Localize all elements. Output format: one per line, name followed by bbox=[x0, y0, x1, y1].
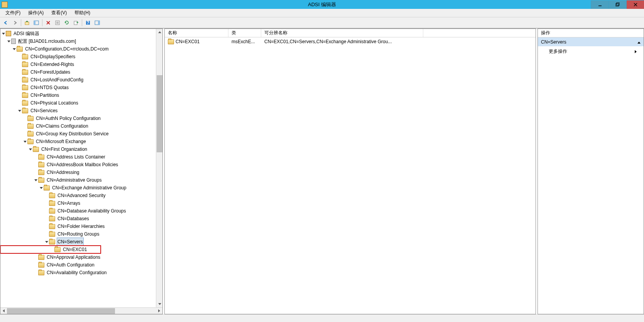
chevron-down-icon[interactable] bbox=[28, 145, 33, 153]
menu-action[interactable]: 操作(A) bbox=[25, 9, 47, 17]
tree-node[interactable]: CN=Physical Locations bbox=[0, 99, 156, 107]
tree-node[interactable]: CN=Partitions bbox=[0, 91, 156, 99]
tree-node-admingroups[interactable]: CN=Administrative Groups bbox=[0, 176, 156, 184]
forward-button[interactable] bbox=[11, 19, 19, 27]
list-header: 名称 类 可分辨名称 bbox=[165, 29, 536, 37]
tree-node[interactable]: CN=Arrays bbox=[0, 199, 156, 207]
tree-node[interactable]: CN=Availability Configuration bbox=[0, 269, 156, 276]
folder-icon bbox=[38, 263, 44, 268]
tree-node[interactable]: CN=Approval Applications bbox=[0, 253, 156, 261]
list-row[interactable]: CN=EXC01 msExchE... CN=EXC01,CN=Servers,… bbox=[165, 37, 536, 46]
tree-node[interactable]: CN=Address Lists Container bbox=[0, 153, 156, 161]
tree[interactable]: ADSI 编辑器 配置 [BJAD01.rrclouds.com] CN=Con… bbox=[0, 29, 162, 277]
collapse-icon[interactable] bbox=[637, 39, 641, 45]
help-button[interactable]: ? bbox=[84, 19, 92, 27]
scroll-right-button[interactable] bbox=[156, 308, 162, 314]
scroll-left-button[interactable] bbox=[0, 308, 7, 314]
actions-more[interactable]: 更多操作 bbox=[538, 47, 644, 56]
delete-button[interactable] bbox=[44, 19, 52, 27]
menu-help[interactable]: 帮助(H) bbox=[71, 9, 93, 17]
tree-node-configuration[interactable]: CN=Configuration,DC=rrclouds,DC=com bbox=[0, 45, 156, 53]
tree-node-config[interactable]: 配置 [BJAD01.rrclouds.com] bbox=[0, 37, 156, 45]
svg-rect-1 bbox=[616, 3, 619, 6]
tree-node[interactable]: CN=Databases bbox=[0, 215, 156, 223]
horizontal-scrollbar[interactable] bbox=[0, 307, 162, 314]
chevron-right-icon bbox=[635, 49, 637, 54]
chevron-down-icon[interactable] bbox=[12, 45, 17, 53]
tree-label: CN=Extended-Rights bbox=[30, 61, 75, 68]
tree-node-services[interactable]: CN=Services bbox=[0, 107, 156, 115]
tree-node[interactable]: CN=DisplaySpecifiers bbox=[0, 53, 156, 61]
svg-rect-14 bbox=[74, 21, 77, 25]
actions-more-label: 更多操作 bbox=[549, 48, 567, 55]
folder-icon bbox=[38, 170, 44, 175]
tree-node[interactable]: CN=Advanced Security bbox=[0, 192, 156, 199]
tree-node[interactable]: CN=Group Key Distribution Service bbox=[0, 130, 156, 138]
folder-icon bbox=[38, 255, 44, 260]
folder-icon bbox=[54, 247, 61, 252]
tree-node[interactable]: CN=Database Availability Groups bbox=[0, 207, 156, 215]
tree-node[interactable]: CN=Extended-Rights bbox=[0, 61, 156, 68]
folder-icon bbox=[38, 270, 44, 275]
chevron-down-icon[interactable] bbox=[7, 37, 11, 45]
vertical-scrollbar[interactable] bbox=[156, 29, 162, 307]
folder-icon bbox=[38, 178, 44, 183]
tree-node[interactable]: CN=Auth Configuration bbox=[0, 261, 156, 269]
tree-label: CN=Administrative Groups bbox=[46, 176, 102, 184]
tree-node[interactable]: CN=Addressing bbox=[0, 169, 156, 176]
scrollbar-thumb[interactable] bbox=[157, 75, 162, 152]
tree-node-msexchange[interactable]: CN=Microsoft Exchange bbox=[0, 138, 156, 145]
minimize-button[interactable] bbox=[591, 0, 609, 9]
folder-icon bbox=[44, 185, 50, 191]
menu-view[interactable]: 查看(V) bbox=[48, 9, 70, 17]
refresh-button[interactable] bbox=[63, 19, 71, 27]
scroll-up-button[interactable] bbox=[156, 29, 162, 35]
chevron-down-icon[interactable] bbox=[1, 30, 6, 37]
tree-label: CN=DisplaySpecifiers bbox=[30, 53, 76, 61]
server-icon bbox=[11, 39, 16, 44]
show-hide-tree-button[interactable] bbox=[32, 19, 41, 27]
tree-label: CN=Approval Applications bbox=[46, 253, 101, 261]
app-icon bbox=[2, 2, 8, 8]
maximize-button[interactable] bbox=[609, 0, 626, 9]
back-button[interactable] bbox=[2, 19, 10, 27]
chevron-down-icon[interactable] bbox=[39, 184, 44, 192]
tree-node[interactable]: CN=Routing Groups bbox=[0, 230, 156, 238]
list-pane: 名称 类 可分辨名称 CN=EXC01 msExchE... CN=EXC01,… bbox=[164, 29, 536, 314]
column-header-dn[interactable]: 可分辨名称 bbox=[261, 29, 423, 37]
column-header-name[interactable]: 名称 bbox=[165, 29, 228, 37]
column-header-class[interactable]: 类 bbox=[228, 29, 261, 37]
tree-node[interactable]: CN=Folder Hierarchies bbox=[0, 223, 156, 230]
cell-class: msExchE... bbox=[228, 38, 261, 45]
folder-icon bbox=[27, 124, 34, 129]
tree-node[interactable]: CN=AddressBook Mailbox Policies bbox=[0, 161, 156, 169]
close-button[interactable] bbox=[626, 0, 644, 9]
tree-node-root[interactable]: ADSI 编辑器 bbox=[0, 30, 156, 37]
chevron-down-icon[interactable] bbox=[34, 176, 38, 184]
tree-node[interactable]: CN=NTDS Quotas bbox=[0, 84, 156, 91]
tree-node[interactable]: CN=ForestUpdates bbox=[0, 68, 156, 76]
tree-node-servers[interactable]: CN=Servers bbox=[0, 238, 156, 246]
properties-button[interactable] bbox=[53, 19, 62, 27]
chevron-down-icon[interactable] bbox=[17, 107, 22, 115]
show-hide-action-button[interactable] bbox=[93, 19, 101, 27]
export-button[interactable] bbox=[72, 19, 80, 27]
tree-label: CN=Services bbox=[30, 107, 58, 115]
folder-icon bbox=[38, 155, 44, 160]
tree-node-exchadmingroup[interactable]: CN=Exchange Administrative Group bbox=[0, 184, 156, 192]
scrollbar-track[interactable] bbox=[7, 308, 156, 314]
tree-node-exc01[interactable]: CN=EXC01 bbox=[0, 246, 101, 253]
menu-file[interactable]: 文件(F) bbox=[2, 9, 24, 17]
tree-node[interactable]: CN=LostAndFoundConfig bbox=[0, 76, 156, 84]
scroll-down-button[interactable] bbox=[156, 301, 162, 307]
menubar: 文件(F) 操作(A) 查看(V) 帮助(H) bbox=[0, 9, 644, 17]
tree-node-firstorg[interactable]: CN=First Organization bbox=[0, 145, 156, 153]
chevron-down-icon[interactable] bbox=[23, 138, 27, 145]
up-button[interactable] bbox=[23, 19, 31, 27]
tree-node[interactable]: CN=AuthN Policy Configuration bbox=[0, 115, 156, 122]
folder-icon bbox=[22, 85, 28, 90]
tree-node[interactable]: CN=Claims Configuration bbox=[0, 122, 156, 130]
chevron-down-icon[interactable] bbox=[44, 238, 49, 246]
scrollbar-thumb[interactable] bbox=[7, 308, 115, 314]
actions-section[interactable]: CN=Servers bbox=[538, 37, 644, 47]
